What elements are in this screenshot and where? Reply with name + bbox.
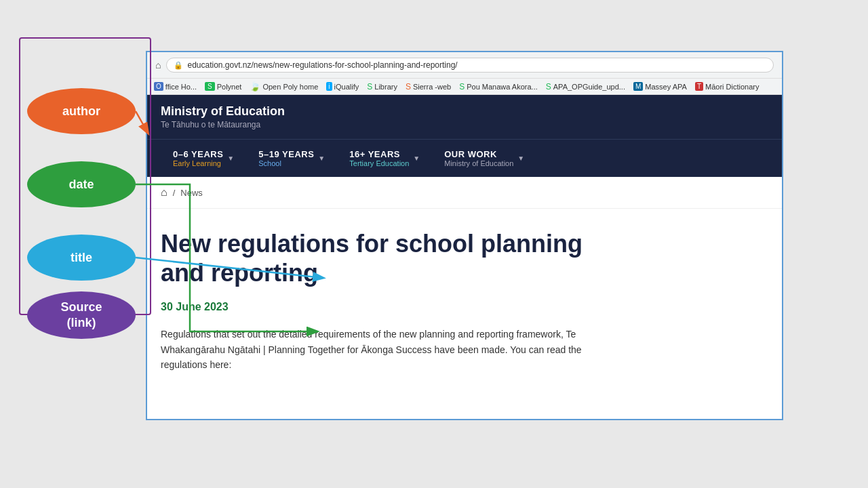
bookmark-massey[interactable]: M Massey APA	[633, 82, 687, 91]
nav-item-0-6[interactable]: 0–6 YEARS Early Learning ▼	[161, 140, 246, 177]
article-date: 30 June 2023	[161, 301, 768, 313]
nav-main-our-work: OUR WORK	[444, 149, 497, 159]
article-body: Regulations that set out the detailed re…	[161, 327, 622, 372]
nav-sub-16plus: Tertiary Education	[349, 159, 409, 167]
nav-chevron-our-work: ▼	[517, 155, 524, 162]
source-label: Source(link)	[27, 291, 136, 339]
breadcrumb-current: News	[180, 188, 203, 198]
lock-icon: 🔒	[174, 61, 183, 70]
author-label: author	[27, 88, 136, 134]
site-header: Ministry of Education Te Tāhuhu o te Māt…	[147, 95, 782, 139]
nav-main-5-19: 5–19 YEARS	[258, 149, 314, 159]
nav-chevron-0-6: ▼	[227, 155, 234, 162]
bookmarks-bar: O ffice Ho... S Polynet 🍃 Open Poly home…	[147, 79, 782, 95]
article-content: New regulations for school planning and …	[147, 209, 782, 386]
org-subtitle: Te Tāhuhu o te Mātauranga	[161, 120, 768, 129]
bookmark-pou-manawa[interactable]: S Pou Manawa Akora...	[459, 82, 538, 92]
bookmark-iqualify[interactable]: i iQualify	[326, 82, 359, 91]
bookmark-maori-dict[interactable]: T Māori Dictionary	[695, 82, 760, 91]
nav-item-5-19[interactable]: 5–19 YEARS School ▼	[246, 140, 337, 177]
bookmark-office[interactable]: O ffice Ho...	[154, 82, 197, 91]
bookmark-library[interactable]: S Library	[367, 82, 397, 92]
browser-home-icon[interactable]: ⌂	[155, 60, 161, 70]
url-text: education.govt.nz/news/new-regulations-f…	[187, 60, 457, 70]
breadcrumb: ⌂ / News	[147, 177, 782, 209]
browser-window: ⌂ 🔒 education.govt.nz/news/new-regulatio…	[146, 51, 783, 420]
bookmark-sierra[interactable]: S Sierra -web	[406, 82, 451, 92]
nav-chevron-16plus: ▼	[413, 155, 420, 162]
nav-main-16plus: 16+ YEARS	[349, 149, 400, 159]
nav-main-0-6: 0–6 YEARS	[173, 149, 223, 159]
breadcrumb-separator: /	[173, 188, 176, 198]
nav-sub-5-19: School	[258, 159, 314, 167]
nav-item-16plus[interactable]: 16+ YEARS Tertiary Education ▼	[337, 140, 432, 177]
breadcrumb-home-icon[interactable]: ⌂	[161, 186, 167, 199]
nav-sub-our-work: Ministry of Education	[444, 159, 513, 167]
browser-chrome: ⌂ 🔒 education.govt.nz/news/new-regulatio…	[147, 52, 782, 79]
org-name: Ministry of Education	[161, 104, 768, 119]
site-nav: 0–6 YEARS Early Learning ▼ 5–19 YEARS Sc…	[147, 139, 782, 177]
bookmark-apa-guide[interactable]: S APA_OPGuide_upd...	[546, 82, 625, 92]
bookmark-polynet[interactable]: S Polynet	[205, 82, 241, 91]
bookmark-open-poly[interactable]: 🍃 Open Poly home	[250, 81, 318, 92]
article-title: New regulations for school planning and …	[161, 229, 622, 287]
site-content: Ministry of Education Te Tāhuhu o te Māt…	[147, 95, 782, 386]
nav-sub-0-6: Early Learning	[173, 159, 223, 167]
nav-item-our-work[interactable]: OUR WORK Ministry of Education ▼	[432, 140, 536, 177]
title-label: title	[27, 235, 136, 281]
address-bar[interactable]: 🔒 education.govt.nz/news/new-regulations…	[166, 58, 774, 73]
nav-chevron-5-19: ▼	[318, 155, 325, 162]
date-label: date	[27, 161, 136, 207]
